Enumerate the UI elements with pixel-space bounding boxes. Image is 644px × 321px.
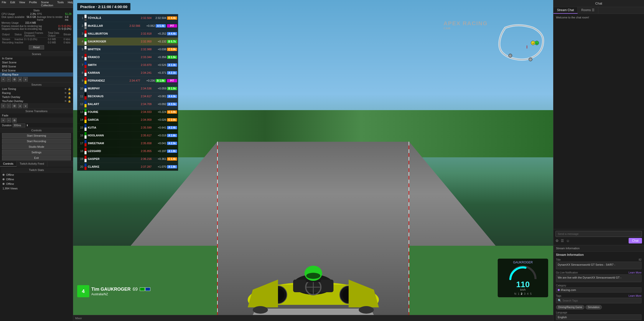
remove-scene-btn[interactable]: − [7, 77, 11, 82]
settings-icon[interactable]: ⚙ [555, 239, 559, 243]
category-label: Category [556, 284, 566, 287]
lb-gap: +1.070 [152, 165, 166, 168]
add-source-btn[interactable]: + [1, 104, 6, 108]
menu-file[interactable]: File [1, 1, 7, 7]
lb-gap: +0.197 [152, 150, 166, 153]
add-transition-btn[interactable]: + [1, 118, 6, 122]
title-value-box[interactable]: DynamXX Simracersworld GT Series - S4/R7… [556, 262, 641, 269]
tags-learn[interactable]: Learn More [629, 294, 641, 297]
list-icon[interactable]: ☰ [561, 239, 564, 243]
source-list-item[interactable]: Racing👁🔒 [0, 91, 73, 95]
menu-view[interactable]: View [18, 1, 26, 7]
up-scene-btn[interactable]: ∧ [18, 77, 22, 82]
tag-chip-racing[interactable]: Driving/Racing Game [556, 305, 584, 309]
menu-profile[interactable]: Profile [28, 1, 38, 7]
twitch-stat-3: Offline [1, 182, 72, 186]
lock-icon[interactable]: 🔒 [68, 100, 71, 103]
source-list-item[interactable]: YouTube Overlay👁🔒 [0, 99, 73, 103]
menu-edit[interactable]: Edit [10, 1, 16, 7]
driver-name: Tim GAUKROGER [91, 287, 131, 292]
source-list-item[interactable]: Twitch Overlay👁🔒 [0, 95, 73, 99]
lock-icon[interactable]: 🔒 [68, 96, 71, 98]
tags-search-input[interactable] [563, 299, 640, 302]
lb-time: 2:32.504 [133, 16, 152, 19]
tab-controls[interactable]: Controls [0, 161, 17, 167]
scenes-toolbar: + − ⚙ ∧ ∨ [0, 77, 73, 82]
lb-pos: 2 [78, 24, 83, 27]
lb-name: FRANCO [88, 56, 133, 59]
tab-stream-chat[interactable]: Stream Chat [553, 7, 578, 14]
col-bitrate: Bitrate [63, 31, 71, 38]
lb-time: 2:32.566 [122, 24, 140, 27]
eye-icon[interactable]: 👁 [64, 100, 67, 103]
lb-badge: B 1.8k [156, 79, 166, 82]
apex-logo-sub: CAM [443, 27, 488, 30]
lb-badge: B 5.7k [167, 40, 177, 43]
scene-list-item[interactable]: Start Scene [0, 60, 73, 64]
tag-chip-simulation[interactable]: Simulation [585, 305, 602, 309]
duration-input[interactable] [13, 124, 25, 127]
down-source-btn[interactable]: ∨ [23, 104, 28, 108]
studio-mode-btn[interactable]: Studio Mode [2, 144, 71, 149]
flag-au [140, 287, 145, 291]
tab-rooms[interactable]: Rooms ☰ [578, 7, 598, 14]
go-live-learn[interactable]: Learn More [629, 271, 641, 274]
category-label-row: Category [556, 284, 641, 287]
eye-icon[interactable]: 👁 [64, 88, 67, 90]
go-live-value-box[interactable]: We are live with the DynamXX Simracerswo… [556, 275, 641, 282]
eye-icon[interactable]: 👁 [64, 92, 67, 94]
lb-name: McKELLAR [88, 24, 121, 27]
lb-pos: 16 [78, 134, 83, 137]
menu-scene-collection[interactable]: Scene Collection [40, 1, 54, 7]
gear-3: 3 [524, 292, 525, 295]
language-select[interactable]: English [556, 314, 641, 320]
emoji-icon[interactable]: ☺ [566, 239, 570, 243]
lock-icon[interactable]: 🔒 [68, 92, 71, 94]
down-scene-btn[interactable]: ∨ [23, 77, 28, 82]
lb-time: 2:32.950 [133, 40, 152, 43]
tags-search-box[interactable]: 🔍 [556, 298, 641, 303]
eye-icon[interactable]: 👁 [64, 96, 67, 98]
lb-gap: +0.236 [141, 79, 155, 82]
scene-list-item[interactable]: iRacing Race [0, 72, 73, 77]
lb-name: KUTIA [88, 126, 133, 129]
language-field-group: Language English [553, 310, 644, 321]
settings-source-btn[interactable]: ⚙ [12, 104, 17, 108]
menu-tools[interactable]: Tools [57, 1, 65, 7]
reset-button[interactable]: Reset [29, 45, 44, 50]
lb-badge: A 1.6k [167, 134, 177, 137]
twitch-stats-section: Twitch Stats Offline Offline Offline 1,9… [0, 167, 73, 321]
twitch-stat-1: Offline [1, 172, 72, 177]
up-source-btn[interactable]: ∧ [18, 104, 22, 108]
scene-list-item[interactable]: In Game [0, 56, 73, 60]
lb-gap: +0.526 [152, 63, 166, 66]
start-recording-btn[interactable]: Start Recording [2, 139, 71, 144]
start-streaming-btn[interactable]: Start Streaming [2, 133, 71, 138]
duration-spinner[interactable]: ⬆ [26, 124, 28, 127]
stat-dot-3 [3, 183, 5, 185]
remove-transition-btn[interactable]: − [7, 118, 11, 122]
transition-section: Scene Transitions Fade + − ⚙ Duration ⬆ [0, 109, 73, 128]
go-live-label-row: Go Live Notification Learn More [556, 271, 641, 274]
title-field-group: Title 82 DynamXX Simracersworld GT Serie… [553, 257, 644, 270]
lb-badge: C 4.4k [167, 16, 177, 20]
settings-btn[interactable]: Settings [2, 150, 71, 155]
add-scene-btn[interactable]: + [1, 77, 6, 82]
chat-send-button[interactable]: Chat [629, 238, 642, 243]
lock-icon[interactable]: 🔒 [68, 88, 71, 90]
source-list-item[interactable]: Live Timing👁🔒 [0, 87, 73, 91]
category-box[interactable]: iRacing.com [556, 287, 641, 292]
chat-input[interactable] [555, 231, 642, 237]
lb-time: 2:32.818 [133, 32, 152, 35]
remove-source-btn[interactable]: − [7, 104, 11, 108]
scene-list-item[interactable]: End Scene [0, 68, 73, 72]
settings-transition-btn[interactable]: ⚙ [12, 118, 17, 122]
settings-scene-btn[interactable]: ⚙ [12, 77, 17, 82]
exit-btn[interactable]: Exit [2, 155, 71, 160]
leaderboard-row: 16 HOOLAHAN 2:35.617 +0.018 A 1.6k [77, 132, 178, 139]
menu-help[interactable]: Help [67, 1, 73, 7]
memory-label: Memory Usage [2, 21, 19, 24]
pit-badge: PIT [167, 79, 177, 82]
tab-twitch-activity[interactable]: Twitch Activity Feed [17, 161, 47, 167]
scene-list-item[interactable]: BR8 Scene [0, 64, 73, 68]
